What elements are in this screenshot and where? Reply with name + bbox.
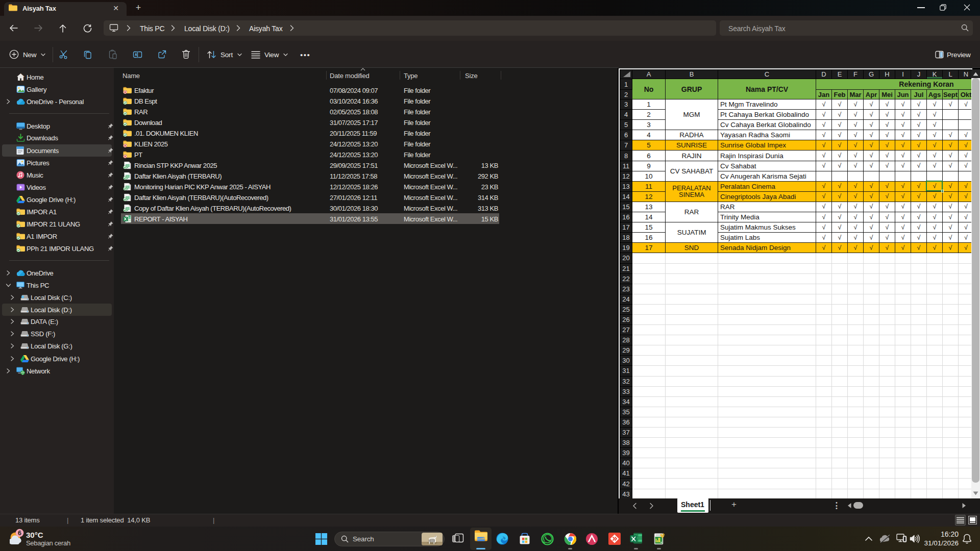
svg-text:6: 6 <box>18 530 21 537</box>
